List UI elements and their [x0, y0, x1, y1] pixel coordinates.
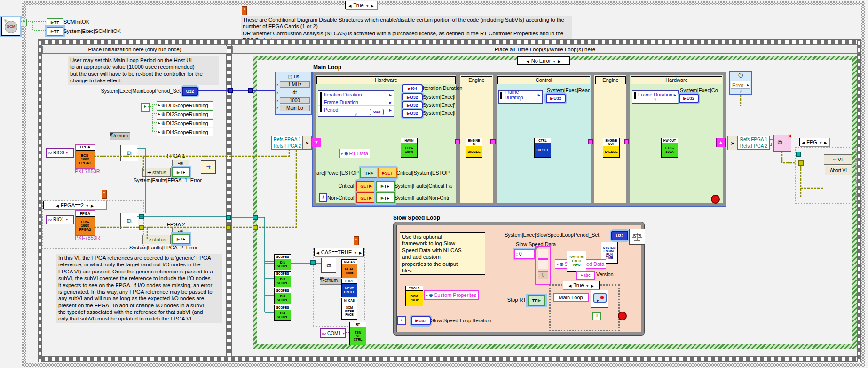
- fpga1-status-unbundle[interactable]: ➜status: [142, 168, 171, 177]
- rt-tsn-vi-ctrl-subvi[interactable]: RT TSN VI CTRL: [349, 322, 366, 345]
- nicas-scm-interface-subvi[interactable]: NI-CAS SCM INTER FACE: [341, 298, 357, 320]
- fpga2-open-ref-node[interactable]: FPGA ECS- 100X FPGA2: [75, 210, 95, 236]
- period-value[interactable]: 1000: [280, 97, 310, 104]
- cas-structure-selector[interactable]: CAS==TRUE: [314, 248, 364, 256]
- sys-scm-init-ok-indicator[interactable]: ▶TF: [47, 27, 63, 36]
- open-vi-reference-icon[interactable]: ⧉: [120, 145, 138, 161]
- refnum-type-tag[interactable]: Refnum: [110, 132, 130, 140]
- mainloop-u32-indicator-3[interactable]: ▶U32: [402, 109, 423, 118]
- fpga1-error-indicator[interactable]: ▶TF: [172, 167, 190, 177]
- iteration-terminal[interactable]: i: [397, 316, 406, 325]
- loop-name-value[interactable]: Main Lo: [280, 105, 310, 111]
- slow-loop-stop-terminal[interactable]: [618, 312, 627, 320]
- fpga1-open-ref-node[interactable]: FPGA ECS- 100X FPGA1: [75, 144, 95, 169]
- mainloop-u32-indicator-1[interactable]: ▶U32: [402, 93, 423, 102]
- left-shift-register[interactable]: ▼: [312, 138, 321, 147]
- outer-case-selector[interactable]: True: [345, 1, 377, 9]
- di3-scope-running-global[interactable]: ▸⊕DI3ScopeRunning: [157, 119, 213, 127]
- true-structure-selector[interactable]: True: [563, 281, 600, 289]
- rio1-io-constant[interactable]: RIO1: [46, 215, 74, 224]
- unbundle-node[interactable]: ➤: [727, 136, 738, 150]
- mainloop-u32-indicator-2[interactable]: ▶U32: [402, 101, 423, 110]
- fpg-structure-selector[interactable]: FPG: [799, 138, 829, 146]
- clock-icon: ◷: [288, 73, 292, 80]
- cas-disable-structure[interactable]: [313, 248, 365, 327]
- open-vi-reference-icon[interactable]: ⧉: [120, 213, 138, 229]
- open-vi-reference-icon[interactable]: ⧉: [321, 258, 336, 273]
- ctrl-nextcycle-subvi[interactable]: CTRL NEXT CYCLE: [341, 279, 357, 297]
- main-loop-period-control[interactable]: U32: [182, 87, 198, 96]
- control-frame-duration-node[interactable]: Frame Duration▸ ∨: [498, 90, 543, 104]
- refnum-type-tag[interactable]: Refnum: [320, 277, 341, 285]
- engine-in-subvi[interactable]: ENGINE IN DIESEL: [466, 138, 482, 158]
- fpga1-refnum-indicator[interactable]: ▸▦: [172, 160, 189, 167]
- scopes-di3-subvi[interactable]: SCOPES DI3 SCOPE: [274, 288, 291, 304]
- true-case-structure[interactable]: [549, 284, 620, 331]
- di2-scope-running-global[interactable]: ▸⊕DI2ScopeRunning: [157, 110, 213, 118]
- scm-init-ok-label: SCMInitOK: [63, 19, 89, 24]
- vi-call-node[interactable]: ⇨VI: [824, 154, 852, 165]
- chevron-down-icon[interactable]: ∨: [632, 98, 678, 101]
- slow-data-numeric-control[interactable]: ▲▼ 0: [514, 249, 535, 259]
- monitor-icon: [593, 293, 607, 303]
- build-array-node[interactable]: 0: [535, 246, 551, 285]
- true-constant[interactable]: T: [592, 312, 601, 320]
- error-case-selector[interactable]: No Error: [517, 56, 570, 65]
- ctrl-subvi[interactable]: CTRL DIESEL: [534, 138, 551, 158]
- custom-properties-global[interactable]: ▸⊕Custom Properites: [424, 290, 479, 300]
- engine-runtime-vi-icon[interactable]: [629, 229, 645, 245]
- get-node-noncritical[interactable]: GET▶: [356, 192, 376, 203]
- right-shift-register[interactable]: ▲: [716, 138, 726, 147]
- stop-timed-structure-vi[interactable]: [591, 290, 608, 308]
- hw2-frame-duration-node[interactable]: Frame Duration▸ ∨: [632, 90, 679, 104]
- rt-data-global[interactable]: ▸⊕RT Data: [339, 149, 370, 158]
- scm-init-ok-indicator[interactable]: ▶TF: [47, 18, 63, 27]
- main-loop-refnum-constant[interactable]: Main Loop: [553, 293, 589, 302]
- iteration-duration-indicator[interactable]: ▶I64: [402, 84, 423, 93]
- system-exec-info-box[interactable]: SYSTEM EXEC INFO: [567, 251, 586, 272]
- noncritical-fault-indicator[interactable]: ▶TF: [376, 192, 395, 203]
- engine-out-subvi[interactable]: ENGINE OUT DIESEL: [603, 138, 620, 158]
- timed-loop-stop-terminal[interactable]: [711, 195, 720, 204]
- case-prev-icon[interactable]: [348, 2, 351, 8]
- hw-in-subvi[interactable]: HW IN ECS- 100X: [401, 138, 418, 158]
- di4-scope-running-global[interactable]: ▸⊕DI4ScopeRunning: [157, 128, 213, 136]
- control-u32-indicator[interactable]: ▶U32: [546, 94, 566, 103]
- scopes-di2-subvi[interactable]: SCOPES DI2 SCOPE: [274, 271, 291, 287]
- scopes-di1-subvi[interactable]: SCOPES DI1 SCOPE: [274, 254, 291, 270]
- close-fpga-ref-vi[interactable]: ⧉ ×: [773, 135, 791, 152]
- com1-io-constant[interactable]: COM1: [320, 328, 346, 338]
- set-node[interactable]: ▶SET: [378, 168, 397, 178]
- scm-subvi-icon[interactable]: SCM ✳: [1, 17, 20, 36]
- get-node-critical[interactable]: GET▶: [356, 181, 376, 192]
- estop-control[interactable]: TF▶: [360, 168, 378, 178]
- case-next-icon[interactable]: [371, 2, 374, 8]
- scopes-di4-subvi[interactable]: SCOPES DI4 SCOPE: [274, 305, 291, 321]
- abort-vi-node[interactable]: Abort VI: [825, 166, 852, 175]
- clock-rate-value[interactable]: 1 MHz: [280, 81, 310, 88]
- slow-iter-indicator[interactable]: ▶U32: [411, 316, 431, 325]
- fpga2-status-unbundle[interactable]: ➜status: [142, 235, 171, 244]
- version-string-indicator[interactable]: ▸abc: [576, 271, 595, 280]
- false-constant[interactable]: F: [141, 103, 150, 112]
- timed-loop-input-node[interactable]: ◷us ▸1 MHz ▸dt ▸1000 ▸Main Lo: [275, 72, 312, 115]
- tools-scm-prop-subvi[interactable]: TOOLS SCM PROP: [405, 286, 423, 306]
- critical-fault-indicator[interactable]: ▶TF: [376, 181, 395, 192]
- di1-scope-running-global[interactable]: ▸⊕DI1ScopeRunning: [157, 101, 213, 109]
- rio0-io-constant[interactable]: RIO0: [46, 148, 74, 158]
- spinner-icon[interactable]: ▲▼: [516, 252, 518, 256]
- hw2-u32-indicator[interactable]: ▶U32: [679, 94, 699, 103]
- fpga2-error-indicator[interactable]: ▶TF: [172, 234, 190, 244]
- bundle-node[interactable]: ➤: [302, 136, 312, 150]
- chevron-down-icon[interactable]: ∨: [730, 90, 751, 93]
- chevron-down-icon[interactable]: [366, 2, 369, 8]
- coerce-node-icon[interactable]: ⇉: [201, 160, 216, 174]
- stop-rt-control[interactable]: TF▶: [528, 295, 545, 306]
- sequence-tunnel: [226, 215, 231, 220]
- fpga2-structure-selector[interactable]: FPGA==2: [43, 201, 106, 209]
- nicas-realtime-subvi[interactable]: NI-CAS REAL TIME: [341, 259, 357, 278]
- timed-loop-output-node[interactable]: ◷ Error▸ ∨: [729, 71, 752, 95]
- slow-iter-label: Slow Speed Loop Iteration: [431, 318, 491, 323]
- hw-out-subvi[interactable]: HW OUT ECS- 100X: [661, 138, 678, 158]
- slow-period-control[interactable]: U32: [611, 231, 628, 240]
